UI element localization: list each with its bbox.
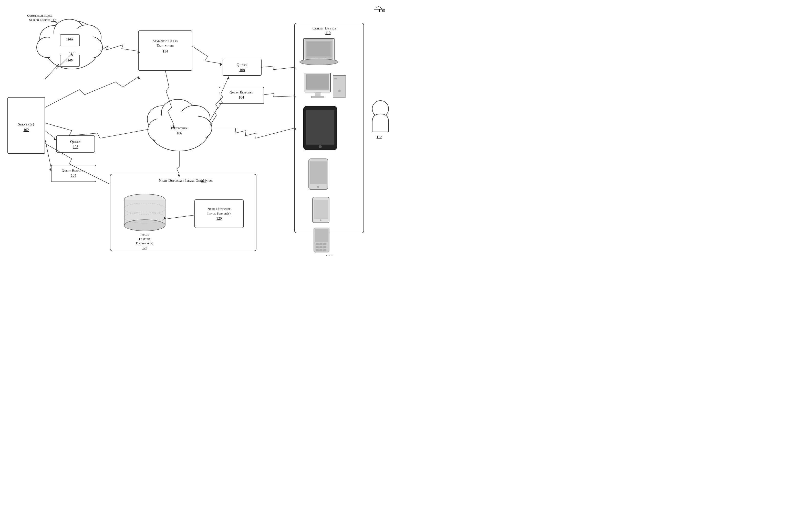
query-response-mid-number: 104 — [71, 174, 76, 177]
client-device-number: 110 — [325, 31, 330, 35]
query-response-top-label: Query Response — [230, 90, 253, 94]
commercial-label-2: Search Engines — [29, 18, 50, 22]
svg-rect-8 — [311, 96, 324, 98]
svg-point-2 — [300, 59, 338, 65]
nd-server-label-1: Near-Duplicate — [207, 207, 231, 211]
query-response-mid-label: Query Response — [62, 169, 85, 172]
svg-marker-61 — [227, 76, 230, 79]
image-db-label-3: Database(s) — [136, 241, 153, 245]
network-cloud — [147, 99, 212, 151]
svg-rect-19 — [314, 200, 328, 219]
svg-rect-16 — [310, 161, 327, 184]
svg-rect-13 — [306, 110, 334, 145]
svg-rect-10 — [334, 78, 337, 79]
semantic-label-2: Extractor — [157, 44, 174, 48]
small-phone-icon — [313, 197, 329, 223]
query-response-top-number: 104 — [239, 95, 244, 99]
user-icon — [372, 101, 389, 132]
svg-point-17 — [317, 186, 319, 188]
conn-server-query-mid — [45, 131, 55, 138]
svg-point-20 — [320, 220, 322, 221]
image-db-number: 122 — [142, 246, 147, 250]
client-device-label: Client Device — [313, 26, 336, 30]
query-top-number: 108 — [240, 68, 245, 72]
query-top-label: Query — [237, 63, 247, 67]
query-mid-number: 108 — [73, 145, 78, 149]
svg-point-50 — [124, 220, 165, 231]
tablet-icon — [304, 106, 337, 150]
engine-dots: . . . — [69, 49, 74, 53]
near-duplicate-number: 118 — [201, 179, 206, 183]
svg-rect-6 — [306, 74, 329, 90]
diagram-container: 100 Client Device 110 — [0, 0, 395, 266]
conn-query-top-client — [261, 66, 294, 70]
nd-server-number: 120 — [217, 216, 222, 221]
server-label: Server(s) — [18, 122, 34, 127]
svg-rect-22 — [315, 229, 328, 242]
conn-network-client — [210, 128, 295, 138]
svg-point-45 — [151, 111, 207, 150]
svg-rect-25 — [323, 243, 326, 245]
svg-rect-30 — [319, 249, 323, 251]
svg-rect-28 — [323, 246, 326, 248]
svg-rect-24 — [319, 243, 323, 245]
conn-server-semantic — [45, 77, 138, 108]
svg-rect-7 — [315, 92, 320, 96]
smartphone-icon — [309, 159, 328, 189]
svg-rect-4 — [307, 42, 330, 56]
svg-marker-60 — [220, 63, 222, 66]
commercial-number: 112 — [51, 18, 56, 22]
query-mid-label: Query — [70, 140, 81, 144]
engine-116a-label: 116A — [66, 37, 74, 41]
svg-rect-26 — [316, 246, 319, 248]
query-mid-box — [56, 136, 95, 152]
semantic-label-1: Semantic Class — [153, 39, 178, 43]
server-number: 102 — [23, 128, 29, 132]
semantic-number: 114 — [163, 50, 168, 53]
conn-server-qr-mid — [45, 138, 51, 169]
laptop-icon — [300, 38, 338, 65]
svg-point-11 — [338, 90, 341, 92]
svg-rect-23 — [316, 243, 319, 245]
svg-rect-27 — [319, 246, 323, 248]
network-number: 106 — [177, 131, 182, 135]
engine-116n-label: 116N — [66, 58, 74, 62]
query-top-box — [223, 59, 261, 76]
conn-semantic-query-top — [192, 46, 220, 63]
image-db-icon — [124, 194, 165, 231]
user-number: 112 — [377, 135, 382, 139]
conn-qr-top-client — [264, 93, 294, 97]
commercial-label-1: Commercial Image — [27, 14, 52, 17]
image-db-label-2: Feature — [139, 237, 150, 241]
svg-rect-29 — [316, 249, 319, 251]
conn-cloud-semantic — [100, 45, 138, 51]
nd-server-label-2: Image Server(s) — [207, 211, 231, 215]
svg-point-14 — [319, 145, 322, 148]
client-dots: . . . — [326, 251, 333, 257]
image-db-label-1: Image — [140, 232, 149, 236]
pda-icon — [314, 228, 329, 252]
conn-network-nd — [177, 151, 179, 174]
